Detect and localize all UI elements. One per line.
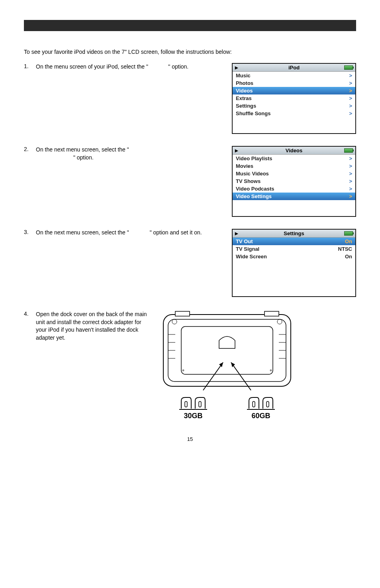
ipod-item-label: Videos bbox=[236, 88, 253, 94]
adapter-60: 60GB bbox=[247, 397, 275, 420]
step-text-b: " option. bbox=[73, 154, 94, 161]
step-1: 1. On the menu screen of your iPod, sele… bbox=[24, 63, 356, 134]
ipod-rows: TV OutOnTV SignalNTSCWide ScreenOn bbox=[233, 238, 355, 260]
adapter-label-30: 30GB bbox=[184, 412, 202, 420]
ipod-menu-item: Photos> bbox=[233, 79, 355, 87]
ipod-item-label: Music Videos bbox=[236, 171, 269, 177]
chevron-right-icon: > bbox=[349, 171, 352, 177]
ipod-menu-1: ▶ iPod Music>Photos>Videos>Extras>Settin… bbox=[232, 63, 356, 134]
ipod-header: ▶ Videos bbox=[233, 147, 355, 155]
ipod-item-value: On bbox=[345, 238, 352, 244]
svg-point-4 bbox=[172, 319, 177, 324]
ipod-menu-item: Video Playlists> bbox=[233, 155, 355, 162]
ipod-menu-item: Shuffle Songs> bbox=[233, 110, 355, 117]
chevron-right-icon: > bbox=[349, 103, 352, 109]
svg-rect-24 bbox=[253, 401, 255, 407]
ipod-item-label: TV Signal bbox=[236, 246, 259, 252]
step-2: 2. On the next menu screen, select the "… bbox=[24, 146, 356, 217]
header-bar bbox=[24, 20, 356, 31]
svg-rect-21 bbox=[185, 401, 187, 407]
ipod-header: ▶ Settings bbox=[233, 230, 355, 238]
svg-rect-14 bbox=[181, 326, 273, 374]
svg-rect-3 bbox=[264, 311, 279, 316]
ipod-item-value: On bbox=[345, 254, 352, 260]
svg-rect-1 bbox=[168, 319, 286, 382]
battery-icon bbox=[344, 148, 353, 153]
ipod-menu-2: ▶ Videos Video Playlists>Movies>Music Vi… bbox=[232, 146, 356, 217]
battery-icon bbox=[344, 65, 353, 70]
step-number: 3. bbox=[24, 229, 36, 235]
dock-svg bbox=[159, 311, 295, 394]
ipod-item-label: Movies bbox=[236, 163, 253, 169]
step-3: 3. On the next menu screen, select the "… bbox=[24, 229, 356, 299]
ipod-menu-item: TV SignalNTSC bbox=[233, 245, 355, 253]
step-text-b: " option and set it on. bbox=[150, 229, 202, 236]
chevron-right-icon: > bbox=[349, 88, 352, 94]
step-text-a: On the next menu screen, select the " bbox=[36, 229, 129, 236]
svg-point-16 bbox=[270, 370, 272, 372]
dock-diagram: 30GB 60GB bbox=[159, 311, 295, 420]
step-number: 2. bbox=[24, 146, 36, 152]
ipod-menu-item: Video Settings> bbox=[233, 193, 355, 200]
chevron-right-icon: > bbox=[349, 73, 352, 79]
ipod-item-label: TV Shows bbox=[236, 178, 261, 184]
ipod-menu-item: Extras> bbox=[233, 94, 355, 102]
chevron-right-icon: > bbox=[349, 110, 352, 116]
ipod-title: iPod bbox=[288, 65, 300, 71]
step-text: On the next menu screen, select the " TV… bbox=[36, 229, 232, 237]
play-icon: ▶ bbox=[235, 65, 238, 70]
svg-rect-0 bbox=[163, 315, 291, 386]
ipod-rows: Video Playlists>Movies>Music Videos>TV S… bbox=[233, 155, 355, 200]
chevron-right-icon: > bbox=[349, 80, 352, 86]
chevron-right-icon: > bbox=[349, 95, 352, 101]
ipod-menu-item: Settings> bbox=[233, 102, 355, 110]
play-icon: ▶ bbox=[235, 148, 238, 153]
step-4: 4. Open the dock cover on the back of th… bbox=[24, 311, 356, 420]
svg-rect-2 bbox=[175, 311, 190, 316]
ipod-item-value: NTSC bbox=[338, 246, 352, 252]
play-icon: ▶ bbox=[235, 231, 238, 236]
battery-icon bbox=[344, 231, 353, 236]
chevron-right-icon: > bbox=[349, 155, 352, 161]
ipod-item-label: Extras bbox=[236, 95, 252, 101]
intro-text: To see your favorite iPod videos on the … bbox=[24, 49, 356, 55]
chevron-right-icon: > bbox=[349, 186, 352, 192]
step-text: On the menu screen of your iPod, select … bbox=[36, 63, 232, 71]
ipod-header: ▶ iPod bbox=[233, 64, 355, 72]
svg-rect-22 bbox=[199, 401, 201, 407]
step-number: 4. bbox=[24, 311, 36, 317]
ipod-menu-item: Videos> bbox=[233, 87, 355, 94]
adapter-label-60: 60GB bbox=[251, 412, 270, 420]
ipod-rows: Music>Photos>Videos>Extras>Settings>Shuf… bbox=[233, 72, 355, 117]
ipod-item-label: Wide Screen bbox=[236, 254, 267, 260]
ipod-menu-3: ▶ Settings TV OutOnTV SignalNTSCWide Scr… bbox=[232, 229, 356, 297]
ipod-item-label: Shuffle Songs bbox=[236, 110, 270, 116]
chevron-right-icon: > bbox=[349, 178, 352, 184]
svg-point-15 bbox=[182, 370, 184, 372]
ipod-item-label: Video Podcasts bbox=[236, 186, 274, 192]
step-text: On the next menu screen, select the " Vi… bbox=[36, 146, 232, 161]
ipod-item-label: TV Out bbox=[236, 238, 253, 244]
ipod-menu-item: TV Shows> bbox=[233, 177, 355, 185]
ipod-menu-item: Video Podcasts> bbox=[233, 185, 355, 193]
ipod-menu-item: Music> bbox=[233, 72, 355, 79]
ipod-item-label: Photos bbox=[236, 80, 253, 86]
ipod-item-label: Video Settings bbox=[236, 193, 272, 199]
ipod-menu-item: TV OutOn bbox=[233, 238, 355, 245]
ipod-menu-item: Movies> bbox=[233, 162, 355, 170]
ipod-menu-item: Wide ScreenOn bbox=[233, 253, 355, 260]
step-number: 1. bbox=[24, 63, 36, 69]
ipod-title: Settings bbox=[284, 230, 304, 236]
step-text-a: On the next menu screen, select the " bbox=[36, 146, 129, 153]
ipod-item-label: Settings bbox=[236, 103, 256, 109]
ipod-item-label: Video Playlists bbox=[236, 155, 272, 161]
ipod-title: Videos bbox=[286, 147, 302, 153]
step-text-b: " option. bbox=[168, 63, 188, 70]
ipod-menu-item: Music Videos> bbox=[233, 170, 355, 177]
svg-rect-25 bbox=[266, 401, 269, 407]
chevron-right-icon: > bbox=[349, 163, 352, 169]
adapter-30: 30GB bbox=[179, 397, 207, 420]
step-text: Open the dock cover on the back of the m… bbox=[36, 311, 159, 342]
page-number: 15 bbox=[24, 436, 356, 442]
step-text-a: On the menu screen of your iPod, select … bbox=[36, 63, 148, 70]
